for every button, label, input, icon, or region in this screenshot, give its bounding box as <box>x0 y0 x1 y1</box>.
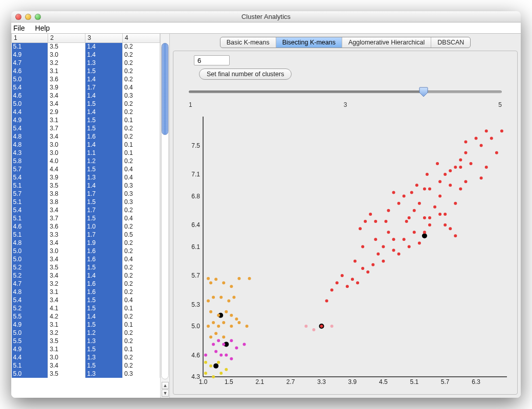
table-row[interactable]: 5.43.71.50.2 <box>12 124 160 132</box>
svg-point-97 <box>384 220 387 223</box>
svg-point-111 <box>212 296 215 299</box>
svg-point-85 <box>459 187 462 190</box>
column-header[interactable]: 3 <box>85 34 123 42</box>
tab-bisecting-k-means[interactable]: Bisecting K-means <box>276 37 342 48</box>
table-row[interactable]: 5.03.61.40.2 <box>12 75 160 83</box>
table-row[interactable]: 4.83.01.40.1 <box>12 141 160 149</box>
table-row[interactable]: 5.43.91.30.4 <box>12 173 160 181</box>
table-row[interactable]: 5.23.41.40.2 <box>12 271 160 280</box>
svg-point-72 <box>359 227 362 230</box>
set-clusters-button[interactable]: Set final number of clusters <box>199 69 292 80</box>
svg-point-134 <box>235 346 238 349</box>
svg-point-102 <box>464 140 467 143</box>
tab-agglomerative-hierarchical[interactable]: Agglomerative Hierarchical <box>342 37 431 48</box>
table-row[interactable]: 5.54.21.40.2 <box>12 312 160 321</box>
table-row[interactable]: 4.73.21.60.2 <box>12 280 160 288</box>
svg-point-130 <box>212 343 215 346</box>
column-header[interactable]: 2 <box>48 34 85 42</box>
table-row[interactable]: 5.43.41.50.4 <box>12 296 160 304</box>
table-row[interactable]: 5.13.31.70.5 <box>12 231 160 239</box>
svg-text:2.1: 2.1 <box>255 378 264 385</box>
table-row[interactable]: 5.03.41.50.2 <box>12 100 160 108</box>
svg-point-109 <box>248 277 251 280</box>
scroll-up-icon[interactable]: ▲ <box>162 382 169 389</box>
table-row[interactable]: 5.24.11.50.1 <box>12 304 160 312</box>
table-row[interactable]: 5.13.41.50.2 <box>12 361 160 370</box>
svg-point-74 <box>369 213 372 216</box>
svg-point-107 <box>230 285 233 288</box>
svg-point-69 <box>330 288 334 291</box>
svg-point-46 <box>408 216 411 219</box>
table-row[interactable]: 5.13.51.40.3 <box>12 181 160 190</box>
table-row[interactable]: 5.53.51.30.2 <box>12 337 160 345</box>
table-row[interactable]: 5.13.71.50.4 <box>12 214 160 222</box>
scroll-down-icon[interactable]: ▼ <box>162 390 169 397</box>
scrollbar-thumb[interactable] <box>162 43 168 135</box>
data-table[interactable]: 1234 5.13.51.40.24.93.01.40.24.73.21.30.… <box>11 34 160 378</box>
table-row[interactable]: 5.13.51.40.2 <box>12 42 160 51</box>
svg-point-144 <box>225 368 228 371</box>
svg-point-139 <box>230 357 233 360</box>
close-icon[interactable] <box>15 14 21 20</box>
table-row[interactable]: 4.93.11.50.1 <box>12 116 160 124</box>
svg-point-28 <box>490 137 493 140</box>
svg-point-117 <box>225 310 228 313</box>
svg-point-135 <box>243 343 246 346</box>
svg-point-33 <box>464 151 467 154</box>
column-header[interactable]: 1 <box>12 34 48 42</box>
table-row[interactable]: 4.73.21.30.2 <box>12 59 160 67</box>
svg-point-136 <box>214 350 217 353</box>
table-row[interactable]: 4.63.41.40.3 <box>12 92 160 100</box>
tab-basic-k-means[interactable]: Basic K-means <box>220 37 276 48</box>
iteration-slider[interactable] <box>189 88 502 99</box>
table-row[interactable]: 4.93.01.40.2 <box>12 51 160 59</box>
tab-dbscan[interactable]: DBSCAN <box>431 37 470 48</box>
svg-point-54 <box>408 245 411 248</box>
svg-point-43 <box>423 187 426 190</box>
table-row[interactable]: 4.63.61.00.2 <box>12 222 160 231</box>
table-row[interactable]: 5.03.41.60.4 <box>12 255 160 263</box>
table-row[interactable]: 4.43.01.30.2 <box>12 353 160 361</box>
window-title: Cluster Analytics <box>11 13 521 20</box>
table-row[interactable]: 5.43.91.70.4 <box>12 83 160 92</box>
menu-help[interactable]: Help <box>35 24 50 32</box>
table-row[interactable]: 5.73.81.70.3 <box>12 190 160 198</box>
table-scrollbar[interactable]: ▲ ▼ <box>160 34 169 398</box>
svg-point-150 <box>330 325 334 328</box>
table-row[interactable]: 5.03.51.30.3 <box>12 370 160 378</box>
table-row[interactable]: 4.93.11.50.1 <box>12 345 160 353</box>
svg-point-71 <box>320 325 323 328</box>
svg-point-76 <box>387 209 390 212</box>
table-row[interactable]: 5.43.41.70.2 <box>12 206 160 214</box>
table-row[interactable]: 5.23.51.50.2 <box>12 263 160 271</box>
slider-max-label: 5 <box>498 101 502 108</box>
table-row[interactable]: 4.63.11.50.2 <box>12 67 160 75</box>
table-row[interactable]: 5.03.21.20.2 <box>12 329 160 337</box>
svg-point-92 <box>392 238 395 241</box>
cluster-count-input[interactable] <box>194 55 230 65</box>
svg-point-96 <box>353 260 357 263</box>
zoom-icon[interactable] <box>35 14 41 20</box>
svg-point-149 <box>312 328 315 331</box>
table-row[interactable]: 4.33.01.10.1 <box>12 149 160 157</box>
table-row[interactable]: 4.83.41.60.2 <box>12 132 160 141</box>
table-row[interactable]: 4.83.41.90.2 <box>12 239 160 247</box>
menu-file[interactable]: File <box>13 24 25 32</box>
svg-point-78 <box>403 195 406 198</box>
svg-point-115 <box>209 310 212 313</box>
minimize-icon[interactable] <box>25 14 31 20</box>
svg-point-50 <box>449 227 452 230</box>
svg-point-145 <box>204 372 207 375</box>
svg-point-82 <box>449 169 452 172</box>
table-row[interactable]: 5.03.01.60.2 <box>12 247 160 255</box>
table-row[interactable]: 4.83.11.60.2 <box>12 288 160 296</box>
svg-point-39 <box>444 173 447 176</box>
table-row[interactable]: 5.84.01.20.2 <box>12 157 160 165</box>
slider-thumb-icon[interactable] <box>419 87 428 97</box>
column-header[interactable]: 4 <box>123 34 160 42</box>
table-row[interactable]: 4.93.11.50.1 <box>12 321 160 329</box>
table-row[interactable]: 4.42.91.40.2 <box>12 108 160 116</box>
table-row[interactable]: 5.74.41.50.4 <box>12 165 160 173</box>
algorithm-tabs: Basic K-meansBisecting K-meansAgglomerat… <box>220 37 471 48</box>
table-row[interactable]: 5.13.81.50.3 <box>12 198 160 206</box>
